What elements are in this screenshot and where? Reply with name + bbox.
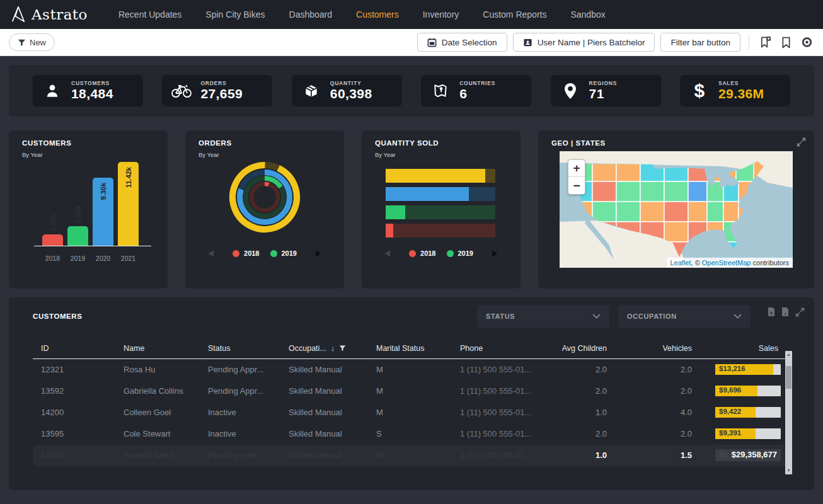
col-header-phone[interactable]: Phone [452, 343, 548, 359]
cell-name: Cole Stewart [115, 423, 200, 445]
scroll-down-icon[interactable]: ▼ [785, 467, 792, 474]
sales-value: $9,696 [719, 386, 741, 394]
cell-status: Inactive [200, 402, 280, 423]
expand-icon[interactable] [796, 137, 807, 150]
col-header-marital-status[interactable]: Marital Status [368, 343, 452, 359]
table-row[interactable]: 13592 Gabriella Collins Pending Appr... … [33, 381, 790, 402]
table-row[interactable]: 14200 Colleen Goel Inactive Skilled Manu… [33, 402, 790, 423]
brand[interactable]: Astrato [10, 5, 88, 24]
col-header-occupation[interactable]: Occupati... ↓ [280, 343, 368, 359]
sales-value: $13,216 [719, 365, 745, 372]
nav-item-dashboard[interactable]: Dashboard [277, 9, 345, 20]
nav-item-recent-updates[interactable]: Recent Updates [106, 9, 193, 20]
nav-item-custom-reports[interactable]: Custom Reports [471, 9, 558, 20]
col-header-id[interactable]: ID [33, 343, 115, 359]
attribution-suffix: contributors [751, 259, 789, 266]
nav-item-customers[interactable]: Customers [344, 9, 411, 20]
bicycle-icon [171, 83, 192, 98]
legend-item-2019[interactable]: 2019 [447, 249, 473, 257]
x-tick: 2021 [118, 255, 139, 262]
kpi-label: CUSTOMERS [71, 80, 113, 86]
bar-2020[interactable]: 9.30k [93, 178, 113, 246]
cell-status: Inactive [200, 423, 280, 445]
legend-prev-icon[interactable] [208, 250, 214, 257]
hbar-2021[interactable] [386, 169, 495, 183]
scroll-up-icon[interactable]: ▲ [785, 352, 792, 358]
hbar-2020[interactable] [386, 187, 495, 201]
cell-sales: $9,696 [707, 381, 790, 402]
cell-marital: M [368, 381, 452, 402]
nav-item-inventory[interactable]: Inventory [411, 9, 471, 20]
export-excel-icon[interactable]: x [767, 307, 776, 317]
legend-label: 2018 [244, 249, 259, 257]
export-csv-icon[interactable]: , [781, 307, 790, 317]
ghost-status: Pending Appr... [200, 445, 280, 466]
bookmark-icon[interactable] [778, 35, 793, 50]
nav-item-sandbox[interactable]: Sandbox [558, 9, 617, 20]
sales-value: $9,391 [719, 429, 741, 437]
zoom-in-button[interactable]: + [568, 160, 585, 177]
cell-avg-children: 2.0 [548, 381, 622, 402]
new-label: New [30, 38, 46, 47]
bar-2018[interactable]: 1.55k [42, 234, 63, 246]
date-selection-button[interactable]: Date Selection [417, 33, 507, 52]
legend-item-2018[interactable]: 2018 [409, 249, 435, 257]
bar-2019[interactable]: 2.66k [67, 226, 88, 246]
nav-item-spin-city-bikes[interactable]: Spin City Bikes [193, 9, 277, 20]
occupation-filter-dropdown[interactable]: OCCUPATION [618, 305, 751, 328]
filter-bar-button[interactable]: Filter bar button [660, 33, 740, 52]
zoom-out-button[interactable]: − [568, 177, 585, 194]
col-header-label: Occupati... [289, 344, 326, 353]
hbar-2018[interactable] [386, 224, 495, 238]
status-filter-dropdown[interactable]: STATUS [477, 305, 609, 328]
kpi-label: COUNTRIES [459, 80, 495, 86]
customers-table: ID Name Status Occupati... ↓ Marital Sta… [33, 343, 790, 466]
column-filter-icon[interactable] [339, 345, 346, 352]
table-vertical-scrollbar[interactable]: ▲ ▼ [785, 351, 792, 474]
leaflet-link[interactable]: Leaflet [670, 259, 691, 266]
osm-link[interactable]: OpenStreetMap [702, 259, 751, 266]
legend-prev-icon[interactable] [384, 250, 391, 257]
table-row[interactable]: 12321 Rosa Hu Pending Appr... Skilled Ma… [33, 359, 790, 381]
kpi-value: 71 [589, 86, 618, 101]
eye-icon[interactable] [799, 35, 814, 50]
kpi-label: SALES [718, 80, 764, 86]
hbar-2019[interactable] [386, 205, 495, 219]
cell-status: Pending Appr... [200, 359, 280, 381]
cell-sales: $9,422 [707, 402, 790, 423]
cell-marital: M [368, 402, 452, 423]
legend-item-2018[interactable]: 2018 [233, 249, 259, 257]
col-header-name[interactable]: Name [115, 343, 200, 359]
col-header-sales[interactable]: Sales [707, 343, 790, 359]
legend-next-icon[interactable] [492, 250, 498, 257]
col-header-status[interactable]: Status [200, 343, 280, 359]
bookmark-add-icon[interactable] [757, 35, 773, 50]
cell-occupation: Skilled Manual [280, 359, 368, 381]
expand-icon[interactable] [795, 307, 805, 318]
table-row[interactable]: 13595 Cole Stewart Inactive Skilled Manu… [33, 423, 790, 445]
sales-bar: $9,391 [715, 428, 781, 439]
geo-title: GEO | STATES [551, 139, 606, 147]
sort-desc-icon[interactable]: ↓ [331, 343, 335, 353]
leaflet-map[interactable]: + − Leaflet, © OpenStreetMap contributor… [560, 151, 793, 268]
scrollbar-thumb[interactable] [786, 366, 791, 389]
new-filter-button[interactable]: New [9, 33, 55, 51]
astrato-logo-icon [10, 5, 26, 24]
bar-2021[interactable]: 11.42k [118, 162, 139, 246]
cell-id: 14200 [33, 402, 115, 423]
legend-next-icon[interactable] [315, 250, 321, 257]
legend-item-2019[interactable]: 2019 [270, 249, 297, 257]
user-button[interactable]: User Name | Piers Batchelor [513, 33, 655, 52]
col-header-vehicles[interactable]: Vehicles [622, 343, 707, 359]
sales-bar: $9,696 [715, 386, 781, 396]
chart-title: QUANTITY SOLD [375, 139, 439, 147]
table-title: CUSTOMERS [33, 312, 82, 320]
x-axis-line [34, 246, 151, 246]
cell-occupation: Skilled Manual [280, 423, 368, 445]
cell-status: Pending Appr... [200, 381, 280, 402]
quantity-chart-panel: QUANTITY SOLD By Year 2018 [362, 130, 521, 289]
col-header-avg-children[interactable]: Avg Children [548, 343, 622, 359]
calendar-icon [427, 38, 437, 47]
cell-phone: 1 (11) 500 555-01... [452, 381, 548, 402]
cell-avg-children: 1.0 [548, 402, 622, 423]
